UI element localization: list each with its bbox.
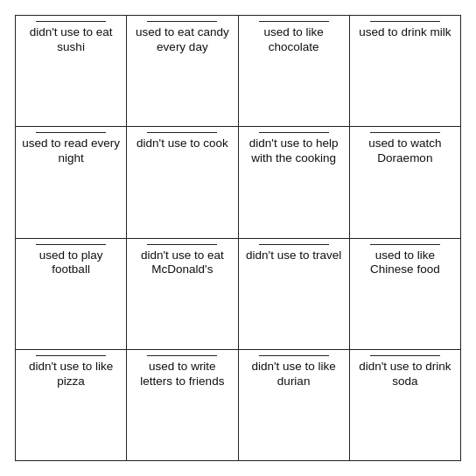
cell-r1-c1: didn't use to cook	[127, 127, 238, 238]
cell-r3-c3: didn't use to drink soda	[349, 349, 460, 460]
cell-r2-c0: used to play football	[16, 238, 127, 349]
cell-underline	[259, 21, 329, 22]
cell-underline	[370, 21, 440, 22]
cell-r2-c1: didn't use to eat McDonald's	[127, 238, 238, 349]
cell-text: used to read every night	[21, 136, 121, 166]
cell-underline	[147, 355, 217, 356]
cell-underline	[259, 244, 329, 245]
cell-text: didn't use to travel	[244, 248, 344, 263]
cell-text: didn't use to like durian	[244, 360, 344, 389]
cell-text: didn't use to cook	[132, 136, 232, 151]
cell-text: didn't use to help with the cooking	[244, 136, 344, 166]
cell-text: used to drink milk	[355, 25, 455, 40]
cell-underline	[147, 21, 217, 22]
cell-text: didn't use to like pizza	[21, 360, 121, 389]
cell-text: didn't use to eat sushi	[21, 25, 121, 55]
cell-r2-c3: used to like Chinese food	[349, 238, 460, 349]
cell-underline	[147, 132, 217, 133]
cell-underline	[259, 355, 329, 356]
cell-underline	[36, 355, 106, 356]
cell-underline	[36, 21, 106, 22]
cell-text: didn't use to eat McDonald's	[132, 248, 232, 278]
cell-r0-c2: used to like chocolate	[238, 16, 349, 127]
cell-r3-c0: didn't use to like pizza	[16, 349, 127, 460]
cell-r0-c0: didn't use to eat sushi	[16, 16, 127, 127]
cell-r3-c1: used to write letters to friends	[127, 349, 238, 460]
cell-r0-c3: used to drink milk	[349, 16, 460, 127]
cell-r0-c1: used to eat candy every day	[127, 16, 238, 127]
cell-r3-c2: didn't use to like durian	[238, 349, 349, 460]
cell-underline	[370, 244, 440, 245]
cell-underline	[370, 355, 440, 356]
cell-text: used to like Chinese food	[355, 248, 455, 278]
cell-r1-c0: used to read every night	[16, 127, 127, 238]
cell-r2-c2: didn't use to travel	[238, 238, 349, 349]
cell-text: used to eat candy every day	[132, 25, 232, 55]
cell-r1-c3: used to watch Doraemon	[349, 127, 460, 238]
cell-text: used to watch Doraemon	[355, 136, 455, 166]
cell-r1-c2: didn't use to help with the cooking	[238, 127, 349, 238]
cell-text: didn't use to drink soda	[355, 360, 455, 389]
cell-underline	[147, 244, 217, 245]
cell-underline	[370, 132, 440, 133]
cell-text: used to play football	[21, 248, 121, 278]
cell-underline	[36, 132, 106, 133]
cell-underline	[259, 132, 329, 133]
bingo-table: didn't use to eat sushiused to eat candy…	[15, 15, 461, 461]
cell-text: used to like chocolate	[244, 25, 344, 55]
cell-text: used to write letters to friends	[132, 360, 232, 389]
cell-underline	[36, 244, 106, 245]
